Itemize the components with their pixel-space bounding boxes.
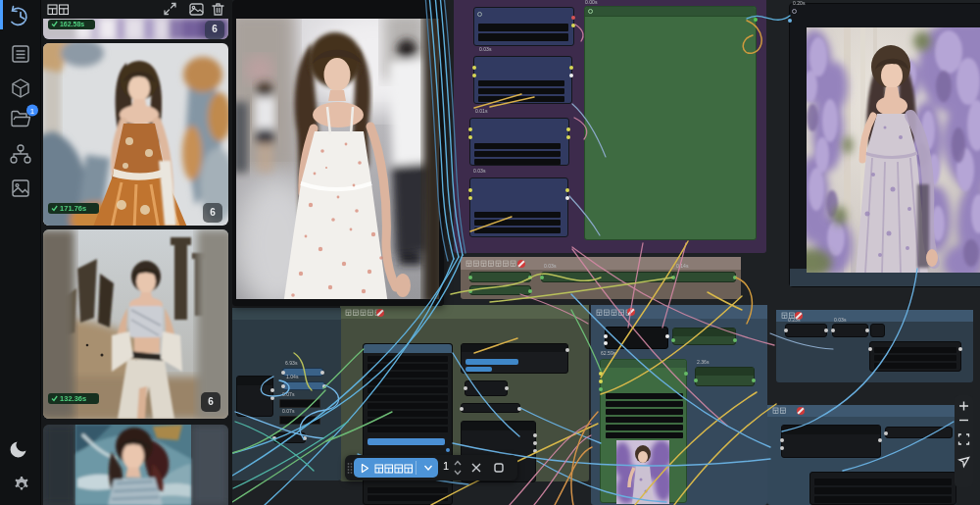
svg-text:1: 1 bbox=[30, 107, 35, 116]
